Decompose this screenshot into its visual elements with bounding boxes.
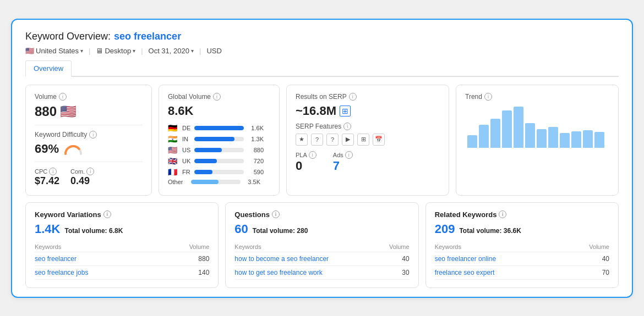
rk-info-icon[interactable]: i: [499, 210, 506, 218]
trend-bar: [467, 135, 477, 148]
ads-info-icon[interactable]: i: [345, 151, 353, 159]
serp-export-icon[interactable]: ⊞: [340, 106, 351, 117]
trend-bar: [490, 119, 500, 148]
kw-link[interactable]: seo freelancer: [35, 255, 77, 263]
kw-link[interactable]: seo freelance jobs: [35, 269, 88, 276]
serp-features-label: SERP Features i: [296, 123, 440, 130]
cpc-info-icon[interactable]: i: [49, 168, 57, 175]
subheader: 🇺🇸 United States ▾ | 🖥 Desktop ▾ | Oct 3…: [25, 47, 619, 55]
page-header: Keyword Overview: seo freelancer: [25, 31, 619, 42]
q-total-vol: Total volume: 280: [253, 227, 308, 235]
kw-link[interactable]: seo freelancer online: [435, 255, 496, 263]
trend-bar: [502, 110, 512, 148]
serp-features-icons: ★ ? ? ▶ ⊞ 📅: [296, 134, 440, 146]
country-bar-fill: [194, 148, 222, 152]
country-bar-row: 🇬🇧 UK 720: [168, 157, 270, 165]
rk-total-vol: Total volume: 36.6K: [459, 227, 521, 235]
rk-title: Related Keywords i: [435, 210, 609, 219]
country-selector[interactable]: 🇺🇸 United States ▾: [25, 47, 83, 55]
serp-info-icon[interactable]: i: [349, 93, 357, 101]
cpc-value: $7.42: [35, 175, 59, 187]
play-icon: ▶: [342, 134, 354, 146]
calendar-icon: 📅: [373, 134, 385, 146]
country-bar-fill: [194, 137, 234, 141]
serp-features-info-icon[interactable]: i: [343, 123, 351, 130]
trend-bar: [514, 107, 523, 148]
com-info-icon[interactable]: i: [86, 168, 94, 175]
kw-volume: 40: [379, 252, 410, 265]
other-bar-fill: [191, 180, 219, 184]
country-code-label: IN: [182, 136, 191, 142]
ads-group: Ads i 7: [333, 151, 353, 173]
tab-overview[interactable]: Overview: [25, 60, 72, 77]
kw-link[interactable]: freelance seo expert: [435, 269, 495, 276]
kw-volume: 70: [566, 265, 609, 279]
pla-group: PLA i 0: [296, 151, 316, 173]
kd-arc-icon: [63, 143, 83, 155]
volume-info-icon[interactable]: i: [59, 93, 67, 101]
kv-col-keywords: Keywords: [35, 242, 161, 252]
star-icon: ★: [296, 134, 308, 146]
country-bar-row: 🇺🇸 US 880: [168, 146, 270, 154]
q-stat-row: 60 Total volume: 280: [234, 222, 409, 236]
country-flag-icon: 🇩🇪: [168, 124, 179, 132]
q-info-icon[interactable]: i: [272, 210, 280, 218]
trend-bar: [537, 129, 547, 148]
country-bar-fill: [194, 170, 212, 174]
global-volume-info-icon[interactable]: i: [213, 93, 221, 101]
chevron-down-icon-2: ▾: [133, 48, 135, 54]
trend-bar: [525, 123, 535, 148]
kv-col-volume: Volume: [161, 242, 209, 252]
q-title: Questions i: [234, 210, 409, 219]
country-code-label: UK: [182, 158, 191, 164]
table-row: seo freelancer880: [35, 252, 209, 265]
trend-chart: [465, 104, 609, 148]
pla-value: 0: [296, 159, 316, 173]
country-bar-row: 🇩🇪 DE 1.6K: [168, 124, 270, 132]
trend-info-icon[interactable]: i: [484, 93, 492, 101]
kv-info-icon[interactable]: i: [103, 210, 111, 218]
desktop-icon: 🖥: [96, 47, 103, 55]
date-selector[interactable]: Oct 31, 2020 ▾: [149, 47, 194, 55]
trend-bar: [548, 127, 558, 148]
other-bar-track: [191, 180, 241, 184]
other-bar-row: Other 3.5K: [168, 179, 270, 185]
country-flag-icon: 🇮🇳: [168, 135, 179, 143]
serp-label: Results on SERP i: [296, 93, 440, 101]
currency-label: USD: [206, 47, 221, 55]
table-row: freelance seo expert70: [435, 265, 609, 279]
us-flag-small: 🇺🇸: [60, 104, 77, 119]
pla-info-icon[interactable]: i: [309, 151, 316, 159]
bottom-row: Keyword Variations i 1.4K Total volume: …: [25, 202, 619, 288]
kd-info-icon[interactable]: i: [89, 131, 97, 138]
country-bar-track: [194, 137, 244, 141]
kw-volume: 140: [161, 265, 209, 279]
country-code-label: US: [182, 147, 191, 153]
serp-value: ~16.8M ⊞: [296, 104, 440, 118]
kv-title: Keyword Variations i: [35, 210, 209, 219]
keyword-variations-card: Keyword Variations i 1.4K Total volume: …: [25, 202, 219, 288]
table-row: how to get seo freelance work30: [234, 265, 409, 279]
separator-3: |: [199, 47, 201, 55]
grid-icon: ⊞: [357, 134, 369, 146]
kv-stat-row: 1.4K Total volume: 6.8K: [35, 222, 209, 236]
global-volume-value: 8.6K: [168, 104, 270, 118]
kw-link[interactable]: how to become a seo freelancer: [234, 255, 329, 263]
trend-bar: [479, 125, 489, 147]
rk-col-keywords: Keywords: [435, 242, 566, 252]
rk-col-volume: Volume: [566, 242, 609, 252]
kd-label: Keyword Difficulty i: [35, 131, 143, 138]
chevron-down-icon: ▾: [80, 48, 83, 54]
kw-link[interactable]: how to get seo freelance work: [234, 269, 322, 276]
cpc-group: CPC i $7.42: [35, 168, 59, 187]
question-icon-2: ?: [326, 134, 339, 146]
global-volume-card: Global Volume i 8.6K 🇩🇪 DE 1.6K 🇮🇳 IN 1.…: [159, 85, 280, 196]
country-bar-value: 590: [247, 169, 264, 175]
device-selector[interactable]: 🖥 Desktop ▾: [96, 47, 135, 55]
separator-2: |: [141, 47, 143, 55]
kv-count: 1.4K: [35, 222, 60, 236]
main-card: Keyword Overview: seo freelancer 🇺🇸 Unit…: [11, 19, 633, 298]
serp-bottom: PLA i 0 Ads i 7: [296, 151, 440, 173]
kd-wrap: 69%: [35, 142, 143, 156]
tab-bar: Overview: [25, 60, 619, 77]
